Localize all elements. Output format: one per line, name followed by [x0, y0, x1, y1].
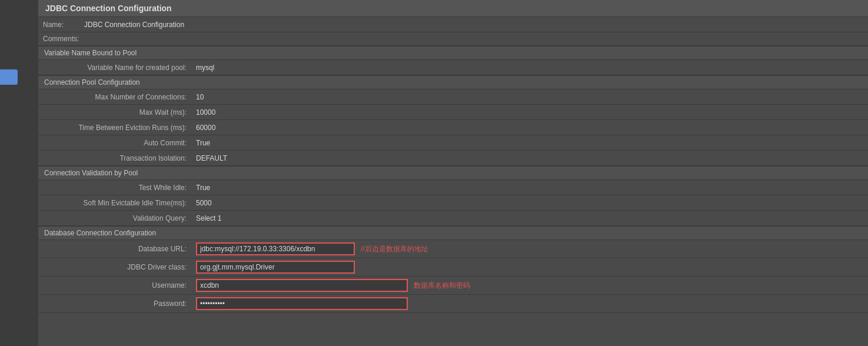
- jdbc-driver-value-container: [191, 258, 868, 276]
- test-while-idle-label: Test While Idle:: [38, 181, 191, 194]
- main-container: JDBC Connection Configuration Name: JDBC…: [0, 0, 868, 346]
- time-between-label: Time Between Eviction Runs (ms):: [38, 121, 191, 134]
- db-url-value-container: //后边是数据库的地址: [191, 240, 868, 258]
- validation-query-row: Validation Query: Select 1: [38, 211, 868, 226]
- username-input[interactable]: [196, 279, 408, 292]
- sidebar-tab[interactable]: [0, 69, 18, 85]
- password-value-container: [191, 295, 868, 312]
- password-input[interactable]: [196, 297, 408, 310]
- db-url-input[interactable]: [196, 242, 355, 255]
- page-title: JDBC Connection Configuration: [38, 0, 868, 17]
- jdbc-driver-row: JDBC Driver class:: [38, 258, 868, 277]
- sidebar: [0, 0, 38, 346]
- password-row: Password:: [38, 295, 868, 313]
- test-while-idle-value: True: [191, 181, 868, 194]
- soft-min-value: 5000: [191, 197, 868, 209]
- validation-query-label: Validation Query:: [38, 212, 191, 225]
- max-wait-label: Max Wait (ms):: [38, 106, 191, 119]
- jdbc-driver-label: JDBC Driver class:: [38, 261, 191, 274]
- comments-label: Comments:: [43, 35, 79, 43]
- validation-query-value: Select 1: [191, 212, 868, 225]
- pool-config-section-header: Connection Pool Configuration: [38, 75, 868, 89]
- username-label: Username:: [38, 279, 191, 292]
- auto-commit-row: Auto Commit: True: [38, 135, 868, 151]
- soft-min-row: Soft Min Evictable Idle Time(ms): 5000: [38, 195, 868, 211]
- name-label: Name:: [38, 18, 79, 31]
- comments-row: Comments:: [38, 32, 868, 46]
- test-while-idle-row: Test While Idle: True: [38, 180, 868, 195]
- variable-name-row: Variable Name for created pool: mysql: [38, 60, 868, 75]
- variable-name-value: mysql: [191, 61, 868, 74]
- jdbc-driver-input[interactable]: [196, 261, 355, 274]
- password-label: Password:: [38, 297, 191, 310]
- username-value-container: 数据库名称和密码: [191, 277, 868, 294]
- username-annotation: 数据库名称和密码: [414, 281, 470, 291]
- name-value: JDBC Connection Configuration: [79, 18, 868, 31]
- time-between-value: 60000: [191, 121, 868, 134]
- db-connection-section-header: Database Connection Configuration: [38, 226, 868, 240]
- max-wait-value: 10000: [191, 106, 868, 119]
- transaction-isolation-label: Transaction Isolation:: [38, 152, 191, 165]
- max-connections-value: 10: [191, 91, 868, 104]
- variable-name-label: Variable Name for created pool:: [38, 61, 191, 74]
- max-wait-row: Max Wait (ms): 10000: [38, 105, 868, 120]
- soft-min-label: Soft Min Evictable Idle Time(ms):: [38, 197, 191, 209]
- name-row: Name: JDBC Connection Configuration: [38, 17, 868, 32]
- max-connections-label: Max Number of Connections:: [38, 91, 191, 104]
- auto-commit-label: Auto Commit:: [38, 137, 191, 149]
- content-area: JDBC Connection Configuration Name: JDBC…: [38, 0, 868, 346]
- auto-commit-value: True: [191, 137, 868, 149]
- variable-name-section-header: Variable Name Bound to Pool: [38, 46, 868, 60]
- time-between-row: Time Between Eviction Runs (ms): 60000: [38, 120, 868, 135]
- max-connections-row: Max Number of Connections: 10: [38, 89, 868, 105]
- db-url-row: Database URL: //后边是数据库的地址: [38, 240, 868, 258]
- transaction-isolation-value: DEFAULT: [191, 152, 868, 165]
- username-row: Username: 数据库名称和密码: [38, 277, 868, 295]
- db-url-label: Database URL:: [38, 242, 191, 255]
- db-url-annotation: //后边是数据库的地址: [361, 244, 428, 254]
- validation-section-header: Connection Validation by Pool: [38, 166, 868, 180]
- transaction-isolation-row: Transaction Isolation: DEFAULT: [38, 151, 868, 166]
